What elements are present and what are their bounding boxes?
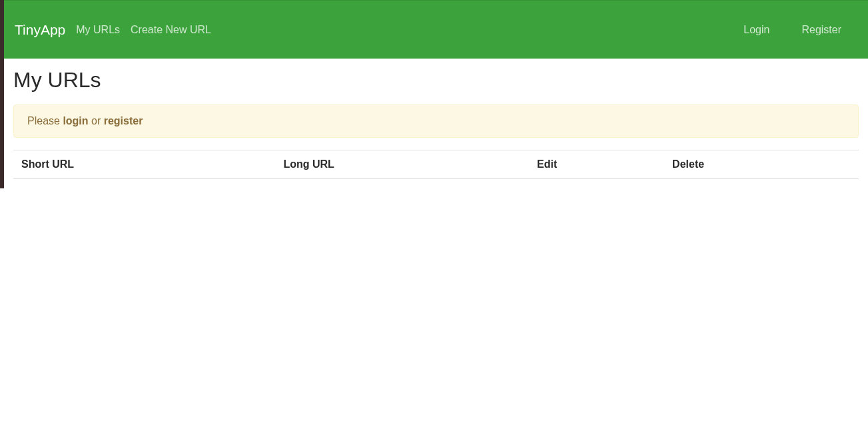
brand-link[interactable]: TinyApp — [15, 22, 65, 38]
nav-links: My URLs Create New URL — [76, 24, 211, 36]
nav-login[interactable]: Login — [743, 24, 769, 36]
navbar: TinyApp My URLs Create New URL Login Reg… — [4, 0, 868, 59]
alert-warning: Please login or register — [13, 105, 859, 138]
alert-middle: or — [89, 115, 104, 126]
urls-table: Short URL Long URL Edit Delete — [13, 150, 859, 179]
nav-left: TinyApp My URLs Create New URL — [15, 22, 211, 38]
alert-prefix: Please — [27, 115, 63, 126]
main-container: My URLs Please login or register Short U… — [4, 59, 868, 188]
th-long-url: Long URL — [275, 150, 529, 179]
nav-right: Login Register — [743, 24, 857, 36]
table-header: Short URL Long URL Edit Delete — [13, 150, 859, 179]
nav-my-urls[interactable]: My URLs — [76, 24, 120, 36]
alert-login-text: login — [63, 115, 88, 126]
th-delete: Delete — [664, 150, 859, 179]
table-header-row: Short URL Long URL Edit Delete — [13, 150, 859, 179]
th-edit: Edit — [529, 150, 664, 179]
page-title: My URLs — [13, 68, 859, 93]
nav-register[interactable]: Register — [801, 24, 841, 36]
alert-register-text: register — [104, 115, 143, 126]
th-short-url: Short URL — [13, 150, 275, 179]
nav-create-new-url[interactable]: Create New URL — [131, 24, 211, 36]
